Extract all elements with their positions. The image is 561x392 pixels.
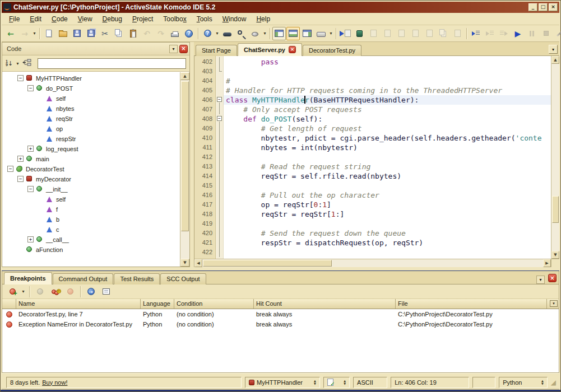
collapse-icon[interactable]: − bbox=[27, 186, 34, 192]
language-field[interactable]: Python ▲▼ bbox=[499, 377, 548, 388]
debug-restart-icon[interactable] bbox=[409, 27, 422, 40]
debug-new-session-icon[interactable] bbox=[353, 27, 366, 40]
tree-item-myhttphandler[interactable]: −MyHTTPHandler bbox=[2, 73, 180, 83]
output-panel-menu-icon[interactable]: ▾ bbox=[536, 276, 545, 284]
column-header-name[interactable]: Name bbox=[16, 299, 141, 309]
copy-icon[interactable] bbox=[112, 27, 126, 40]
breakpoint-row[interactable]: DecoratorTest.py, line 7Python(no condit… bbox=[2, 309, 559, 319]
collapse-icon[interactable]: − bbox=[27, 85, 34, 91]
collapse-icon[interactable]: − bbox=[17, 75, 24, 81]
scroll-down-icon[interactable]: ▼ bbox=[180, 259, 189, 267]
editor-vscrollbar[interactable]: ▲ ▼ bbox=[551, 56, 559, 259]
macro-dropdown-icon[interactable]: ▾ bbox=[262, 31, 267, 36]
bottom-splitter[interactable] bbox=[2, 267, 559, 271]
tab-decoratortest-py[interactable]: DecoratorTest.py bbox=[303, 45, 361, 56]
new-file-icon[interactable] bbox=[42, 27, 55, 40]
locate-symbol-icon[interactable] bbox=[22, 59, 32, 68]
tree-item-main[interactable]: +main bbox=[2, 154, 180, 164]
scroll-down-icon[interactable]: ▼ bbox=[551, 251, 559, 259]
fold-cell[interactable]: − bbox=[216, 114, 223, 124]
menu-help[interactable]: Help bbox=[251, 13, 275, 25]
tab-breakpoints[interactable]: Breakpoints bbox=[4, 272, 52, 284]
debug-detach-icon[interactable] bbox=[367, 27, 380, 40]
title-bar[interactable]: ChatServer.py [C:\PythonProject] - Activ… bbox=[2, 2, 559, 13]
panel-splitter[interactable] bbox=[190, 42, 194, 267]
menu-project[interactable]: Project bbox=[127, 13, 158, 25]
toggle-right-pane-icon[interactable] bbox=[300, 27, 314, 40]
debug-send-icon[interactable] bbox=[451, 27, 464, 40]
menu-edit[interactable]: Edit bbox=[25, 13, 47, 25]
forward-icon[interactable]: → bbox=[18, 27, 31, 40]
menu-view[interactable]: View bbox=[73, 13, 98, 25]
debug-inspect-icon[interactable] bbox=[423, 27, 436, 40]
run-icon[interactable]: ▶ bbox=[511, 27, 525, 40]
expand-icon[interactable]: + bbox=[27, 236, 34, 242]
save-icon[interactable] bbox=[70, 27, 84, 40]
expand-icon[interactable]: + bbox=[17, 156, 24, 162]
tree-scrollbar[interactable]: ▲ ▼ bbox=[180, 72, 189, 267]
panel-menu-icon[interactable]: ▾ bbox=[169, 45, 178, 53]
add-breakpoint-dropdown-icon[interactable]: ▾ bbox=[21, 289, 26, 294]
scrollbar-thumb[interactable] bbox=[203, 260, 332, 267]
scroll-right-icon[interactable]: ▶ bbox=[543, 259, 551, 267]
web-help-icon[interactable]: ? bbox=[201, 27, 214, 40]
tree-item-do-post[interactable]: −do_POST bbox=[2, 83, 180, 94]
fold-collapse-icon[interactable]: − bbox=[217, 97, 222, 102]
resize-grip[interactable]: ◢ bbox=[551, 379, 556, 386]
toggle-left-pane-icon[interactable] bbox=[272, 27, 286, 40]
current-symbol-field[interactable]: MyHTTPHandler ▲▼ bbox=[245, 377, 320, 388]
scrollbar-thumb[interactable] bbox=[552, 196, 559, 223]
preview-icon[interactable] bbox=[220, 27, 234, 40]
debug-stop-icon[interactable] bbox=[395, 27, 408, 40]
tree-item-mydecorator[interactable]: −myDecorator bbox=[2, 174, 180, 184]
expand-icon[interactable]: + bbox=[27, 146, 34, 152]
tree-item-decoratortest[interactable]: −DecoratorTest bbox=[2, 164, 180, 174]
tab-start-page[interactable]: Start Page bbox=[196, 45, 237, 56]
forward-dropdown-icon[interactable]: ▾ bbox=[32, 31, 37, 36]
toggle-bottom-pane-icon[interactable] bbox=[286, 27, 300, 40]
tab-command-output[interactable]: Command Output bbox=[53, 273, 114, 284]
redo-icon[interactable]: ↷ bbox=[154, 27, 168, 40]
tree-item-f[interactable]: f bbox=[2, 204, 180, 214]
tree-item-call[interactable]: +__call__ bbox=[2, 235, 180, 245]
save-all-icon[interactable] bbox=[84, 27, 98, 40]
debug-watch-icon[interactable] bbox=[437, 27, 450, 40]
buy-now-link[interactable]: Buy now! bbox=[42, 379, 67, 386]
code-area[interactable]: pass## Handler for HTTP requests coming … bbox=[224, 56, 551, 259]
paste-icon[interactable] bbox=[126, 27, 140, 40]
tree-item-init[interactable]: −__init__ bbox=[2, 184, 180, 194]
editor-hscrollbar[interactable]: ◀ ▶ bbox=[194, 259, 551, 267]
go-to-source-icon[interactable]: → bbox=[84, 285, 98, 298]
tab-scc-output[interactable]: SCC Output bbox=[160, 273, 206, 284]
web-help-dropdown-icon[interactable]: ▾ bbox=[215, 31, 220, 36]
help-icon[interactable]: ? bbox=[182, 27, 196, 40]
sort-order-icon[interactable]: 19↓ bbox=[6, 60, 13, 67]
breakpoint-row[interactable]: Exception NameError in DecoratorTest.pyP… bbox=[2, 319, 559, 329]
debug-break-icon[interactable] bbox=[381, 27, 394, 40]
back-icon[interactable]: ← bbox=[4, 27, 17, 40]
tree-item-afunction[interactable]: aFunction bbox=[2, 245, 180, 255]
step-over-icon[interactable] bbox=[483, 27, 497, 40]
breakpoint-properties-icon[interactable] bbox=[99, 285, 113, 298]
column-header-file[interactable]: File bbox=[396, 299, 547, 309]
maximize-button[interactable]: □ bbox=[539, 3, 548, 11]
step-in-icon[interactable] bbox=[469, 27, 483, 40]
tree-item-log-request[interactable]: +log_request bbox=[2, 144, 180, 154]
tree-item-self[interactable]: self bbox=[2, 194, 180, 204]
tree-item-op[interactable]: op bbox=[2, 124, 180, 134]
scroll-up-icon[interactable]: ▲ bbox=[551, 56, 559, 64]
minimize-button[interactable]: _ bbox=[528, 3, 537, 11]
check-syntax-wand-icon[interactable] bbox=[553, 27, 561, 40]
tab-list-dropdown-icon[interactable]: ▾ bbox=[549, 45, 558, 54]
menu-toolbox[interactable]: Toolbox bbox=[158, 13, 191, 25]
encoding-field[interactable]: ASCII bbox=[353, 377, 387, 388]
column-picker-icon[interactable]: ▾ bbox=[550, 300, 558, 307]
add-breakpoint-icon[interactable]: + bbox=[6, 285, 19, 298]
open-file-icon[interactable] bbox=[56, 27, 69, 40]
delete-breakpoint-icon[interactable] bbox=[33, 285, 47, 298]
remove-all-breakpoints-icon[interactable] bbox=[63, 285, 77, 298]
menu-code[interactable]: Code bbox=[47, 13, 73, 25]
fold-cell[interactable]: − bbox=[216, 95, 223, 105]
tree-item-c[interactable]: c bbox=[2, 225, 180, 235]
menu-file[interactable]: File bbox=[4, 13, 25, 25]
